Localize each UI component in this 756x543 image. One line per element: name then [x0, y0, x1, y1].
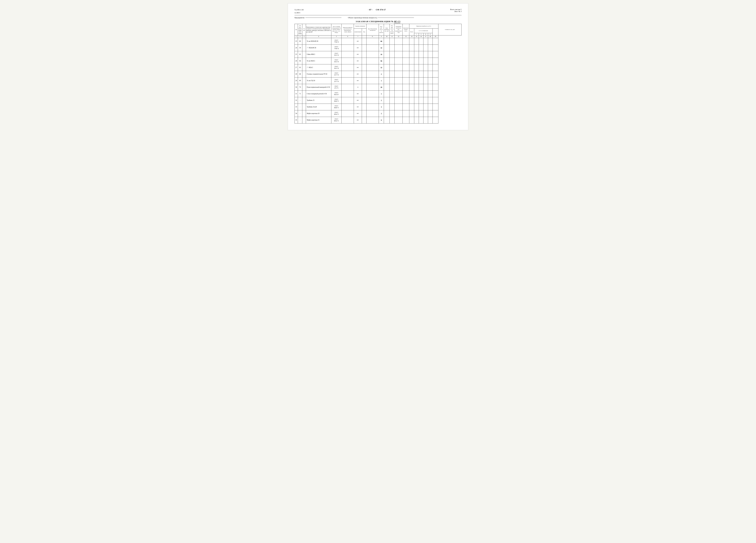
doc-ref-line2: А.ЛП/3 [294, 11, 304, 14]
table-cell-16 [419, 84, 423, 90]
table-row: 2565Гайка М06.5ГОСТ 5915-70шт.16 [295, 51, 462, 58]
table-cell-6: шт. [354, 44, 362, 51]
table-cell-8 [367, 110, 379, 117]
table-cell-8 [367, 58, 379, 64]
table-cell-13 [403, 71, 409, 77]
table-cell-15 [414, 64, 419, 71]
title-prefix: ЗАКАЗНАЯ СПЕЦИФИКАЦИЯ № [356, 20, 394, 23]
table-cell-12 [395, 97, 403, 104]
table-cell-7 [362, 38, 367, 44]
table-cell-10 [384, 84, 390, 90]
th-quarters-group: в т.ч. по кварталам [414, 29, 432, 33]
table-cell-8 [367, 51, 379, 58]
doc-number: СФ 374-17 [376, 8, 386, 11]
table-cell-11 [390, 90, 395, 97]
table-cell-9: 32 [379, 64, 384, 71]
table-cell-0: 28 [295, 71, 298, 77]
table-cell-2 [302, 97, 306, 104]
table-cell-12 [395, 71, 403, 77]
table-cell-5 [342, 117, 354, 123]
table-cell-3: Рукав нормальный выкидной d=50 [306, 84, 331, 90]
table-cell-10 [384, 71, 390, 77]
table-cell-1: 60 [298, 38, 302, 44]
table-cell-10 [384, 64, 390, 71]
table-cell-15 [414, 110, 419, 117]
table-cell-1: 68 [298, 71, 302, 77]
table-cell-10 [384, 117, 390, 123]
table-cell-9: 32 [379, 44, 384, 51]
table-cell-2 [302, 51, 306, 58]
table-cell-14 [409, 38, 414, 44]
th-blank [432, 29, 438, 35]
table-cell-2 [302, 64, 306, 71]
table-cell-12 [395, 38, 403, 44]
table-cell-14 [409, 84, 414, 90]
table-cell-7 [362, 71, 367, 77]
table-cell-14 [409, 58, 414, 64]
table-cell-1: - [298, 97, 302, 104]
table-cell-19 [432, 117, 438, 123]
table-row: 2969То же ГЦ-50ГОСТ 2217-76шт.1 [295, 77, 462, 84]
table-cell-12 [395, 117, 403, 123]
table-cell-3: То же М20х90.58 [306, 38, 331, 44]
table-cell-17 [423, 97, 428, 104]
table-cell-6: м [354, 84, 362, 90]
table-cell-19 [432, 51, 438, 58]
table-cell-4: ГОСТ 9923-67 [331, 90, 342, 97]
table-cell-4: ГОСТ 8949-75 [331, 97, 342, 104]
table-row: 2459-"- М24х90.58ГОСТ 7798-70шт.32 [295, 44, 462, 51]
table-cell-17 [423, 64, 428, 71]
table-cell-5 [342, 97, 354, 104]
table-cell-15 [414, 77, 419, 84]
table-cell-2 [302, 44, 306, 51]
table-cell-14 [409, 51, 414, 58]
enterprise-field: Предприятие [294, 17, 341, 19]
table-cell-12 [395, 44, 403, 51]
table-cell-0: 23 [295, 38, 298, 44]
table-cell-18 [428, 51, 432, 58]
table-cell-3: Головка соединительная ГР-50 [306, 71, 331, 77]
table-cell-2 [302, 58, 306, 64]
table-cell-3: Муфта короткая 25 [306, 117, 331, 123]
table-cell-7 [362, 64, 367, 71]
table-cell-9: 1 [379, 90, 384, 97]
table-cell-2 [302, 110, 306, 117]
table-cell-9: 2 [379, 110, 384, 117]
table-cell-17 [423, 104, 428, 110]
table-cell-12 [395, 51, 403, 58]
table-cell-13 [403, 97, 409, 104]
table-cell-6: шт. [354, 117, 362, 123]
table-cell-19 [432, 90, 438, 97]
table-cell-4: ГОСТ 8954-75 [331, 110, 342, 117]
table-cell-14 [409, 64, 414, 71]
table-cell-5 [342, 84, 354, 90]
table-cell-11 [390, 110, 395, 117]
table-cell-19 [432, 64, 438, 71]
page: Т.п.901-I-30 А.ЛП/3 - 87 - СФ 374-17 Все… [288, 3, 468, 130]
table-cell-1: 70 [298, 84, 302, 90]
meta-fields: Предприятие Объект (производственная мощ… [294, 17, 462, 19]
table-cell-18 [428, 110, 432, 117]
table-cell-6: шт. [354, 64, 362, 71]
table-cell-8 [367, 97, 379, 104]
table-cell-19 [432, 38, 438, 44]
table-cell-12 [395, 104, 403, 110]
table-cell-11 [390, 38, 395, 44]
table-cell-3: То же ГЦ-50 [306, 77, 331, 84]
table-header-row1: № № поз. полог. схеме. уста- нов­ки № п/… [295, 24, 462, 29]
table-cell-14 [409, 44, 414, 51]
table-cell-4: ГОСТ 8954-75 [331, 117, 342, 123]
table-cell-14 [409, 104, 414, 110]
table-cell-7 [362, 110, 367, 117]
table-cell-5 [342, 71, 354, 77]
table-cell-17 [423, 110, 428, 117]
table-cell-2 [302, 84, 306, 90]
th-qty-launch: Пот­реб­ность на пусков. компл. [390, 24, 395, 35]
table-cell-15 [414, 90, 419, 97]
table-cell-7 [362, 44, 367, 51]
table-cell-1: 69 [298, 77, 302, 84]
table-cell-15 [414, 58, 419, 64]
table-cell-7 [362, 58, 367, 64]
table-cell-18 [428, 58, 432, 64]
table-cell-1: 71 [298, 90, 302, 97]
